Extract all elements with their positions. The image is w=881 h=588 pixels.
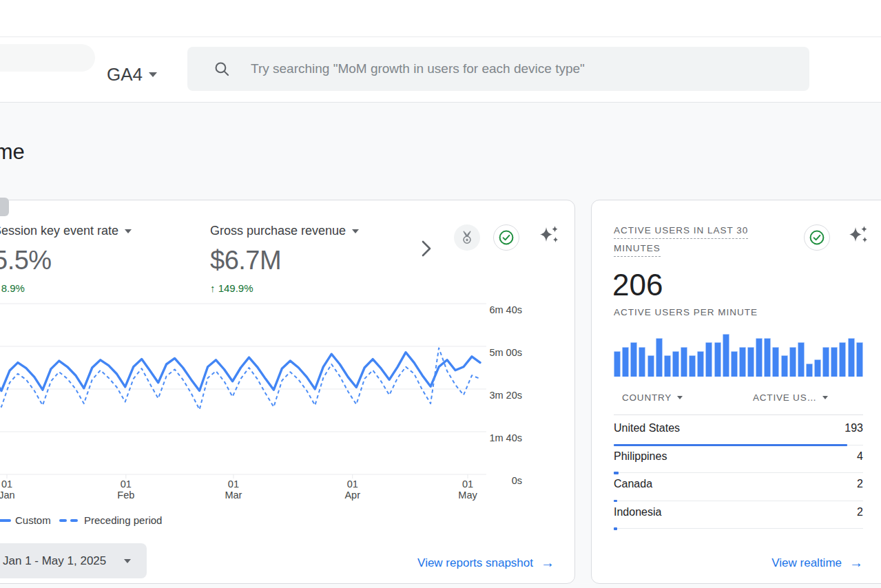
active-users-value: 4 bbox=[857, 450, 863, 463]
realtime-title: ACTIVE USERS IN LAST 30 MINUTES bbox=[614, 225, 748, 261]
minute-bar bbox=[614, 351, 621, 377]
minute-bar bbox=[689, 355, 696, 377]
next-metrics-button[interactable] bbox=[419, 239, 434, 258]
realtime-title-line1: ACTIVE USERS IN LAST 30 bbox=[614, 225, 748, 239]
metric-label: Session key event rate bbox=[0, 224, 118, 238]
cut-off-element bbox=[0, 198, 9, 216]
benchmarking-medal-button[interactable] bbox=[454, 224, 480, 251]
link-label: View realtime bbox=[771, 556, 842, 570]
y-axis-label: 1m 40s bbox=[474, 432, 522, 443]
legend-label-custom: Custom bbox=[15, 514, 51, 526]
minute-bar bbox=[856, 342, 863, 377]
column-header-label: ACTIVE US… bbox=[753, 392, 817, 403]
search-input[interactable] bbox=[249, 61, 809, 77]
table-row: Philippines4 bbox=[614, 445, 863, 474]
data-quality-button[interactable] bbox=[493, 224, 519, 251]
minute-bar bbox=[789, 347, 796, 377]
minute-bar bbox=[731, 351, 738, 377]
date-range-selector[interactable]: Jan 1 - May 1, 2025 bbox=[0, 543, 147, 578]
insights-sparkle-icon[interactable] bbox=[848, 225, 869, 246]
series-line-dashed bbox=[0, 348, 480, 410]
minute-bar bbox=[697, 351, 704, 377]
property-type-selector[interactable]: GA4 bbox=[107, 64, 157, 85]
minute-bar bbox=[705, 342, 712, 377]
check-circle-icon bbox=[809, 229, 825, 246]
medal-icon bbox=[459, 230, 475, 245]
minute-bar bbox=[622, 347, 629, 377]
link-label: View reports snapshot bbox=[417, 556, 533, 570]
chevron-down-icon bbox=[677, 396, 683, 399]
minute-bar bbox=[781, 355, 788, 377]
minute-bar bbox=[672, 351, 679, 377]
active-users-count: 206 bbox=[612, 268, 663, 302]
active-users-per-minute-label: ACTIVE USERS PER MINUTE bbox=[614, 307, 758, 317]
search-icon bbox=[214, 61, 231, 78]
minute-bar bbox=[831, 347, 838, 377]
minute-bar bbox=[630, 342, 637, 377]
x-axis-label: 01May bbox=[447, 479, 488, 501]
row-divider bbox=[614, 528, 863, 529]
active-users-column-selector[interactable]: ACTIVE US… bbox=[753, 392, 828, 403]
minute-bar bbox=[714, 342, 721, 377]
minute-bar bbox=[848, 338, 855, 377]
metric-delta: ↑ 8.9% bbox=[0, 282, 132, 294]
y-axis-label: 6m 40s bbox=[474, 304, 522, 315]
chevron-down-icon bbox=[124, 559, 131, 563]
table-header-divider bbox=[614, 414, 863, 415]
x-axis-label: 01Jan bbox=[0, 479, 28, 501]
minute-bar bbox=[772, 347, 779, 377]
x-axis-label: 01Apr bbox=[332, 479, 373, 501]
chevron-down-icon bbox=[352, 229, 359, 233]
minute-bar bbox=[656, 338, 663, 377]
country-name: Indonesia bbox=[614, 506, 661, 518]
metric-value: $6.7M bbox=[210, 246, 359, 275]
property-type-label: GA4 bbox=[107, 64, 143, 85]
minute-bar bbox=[756, 338, 763, 377]
arrow-right-icon: → bbox=[541, 555, 554, 571]
table-row: United States193 bbox=[614, 417, 863, 445]
legend-swatch-custom bbox=[0, 519, 11, 522]
minute-bar bbox=[806, 364, 813, 377]
minute-bar bbox=[739, 347, 746, 377]
legend-label-preceding: Preceding period bbox=[84, 514, 162, 526]
minute-bar bbox=[798, 342, 805, 377]
minute-bar bbox=[681, 347, 687, 377]
row-value-bar bbox=[614, 527, 617, 530]
metric-selector[interactable]: Session key event rate bbox=[0, 224, 132, 238]
legend-swatch-preceding bbox=[59, 519, 67, 522]
active-users-bar-chart bbox=[614, 334, 863, 377]
check-circle-icon bbox=[498, 229, 515, 246]
data-quality-button[interactable] bbox=[804, 224, 830, 251]
active-users-value: 2 bbox=[857, 478, 863, 490]
metric-session-key-event-rate: Session key event rate 5.5% ↑ 8.9% bbox=[0, 224, 132, 294]
insights-sparkle-icon[interactable] bbox=[539, 225, 559, 246]
realtime-title-line2: MINUTES bbox=[614, 243, 661, 257]
x-axis-label: 01Mar bbox=[213, 479, 254, 501]
country-name: United States bbox=[614, 422, 680, 434]
legend-swatch-preceding bbox=[70, 519, 78, 522]
country-name: Philippines bbox=[614, 450, 667, 463]
date-range-label: Jan 1 - May 1, 2025 bbox=[3, 554, 106, 568]
metric-selector[interactable]: Gross purchase revenue bbox=[210, 224, 359, 238]
minute-bar bbox=[839, 342, 846, 377]
minute-bar bbox=[764, 338, 771, 377]
realtime-country-table: United States193Philippines4Canada2Indon… bbox=[614, 417, 863, 529]
metric-delta: ↑ 149.9% bbox=[210, 282, 359, 294]
minute-bar bbox=[639, 347, 645, 377]
realtime-table-header: COUNTRY ACTIVE US… bbox=[614, 392, 863, 406]
page-title: Home bbox=[0, 140, 25, 165]
view-realtime-link[interactable]: View realtime → bbox=[771, 555, 863, 571]
country-column-selector[interactable]: COUNTRY bbox=[622, 392, 683, 403]
view-reports-snapshot-link[interactable]: View reports snapshot → bbox=[417, 555, 554, 571]
minute-bar bbox=[723, 334, 729, 377]
table-row: Indonesia2 bbox=[614, 501, 863, 529]
x-axis-label: 01Feb bbox=[105, 479, 147, 501]
minute-bar bbox=[822, 347, 829, 377]
search-bar[interactable] bbox=[187, 47, 809, 91]
series-line-solid bbox=[0, 353, 480, 391]
metric-label: Gross purchase revenue bbox=[210, 224, 346, 238]
minute-bar bbox=[664, 355, 671, 377]
y-axis-label: 3m 20s bbox=[474, 390, 522, 401]
ga4-home-screen: GA4 Home Session key event rate 5.5% ↑ 8… bbox=[0, 0, 881, 588]
y-axis-label: 5m 00s bbox=[474, 347, 522, 358]
